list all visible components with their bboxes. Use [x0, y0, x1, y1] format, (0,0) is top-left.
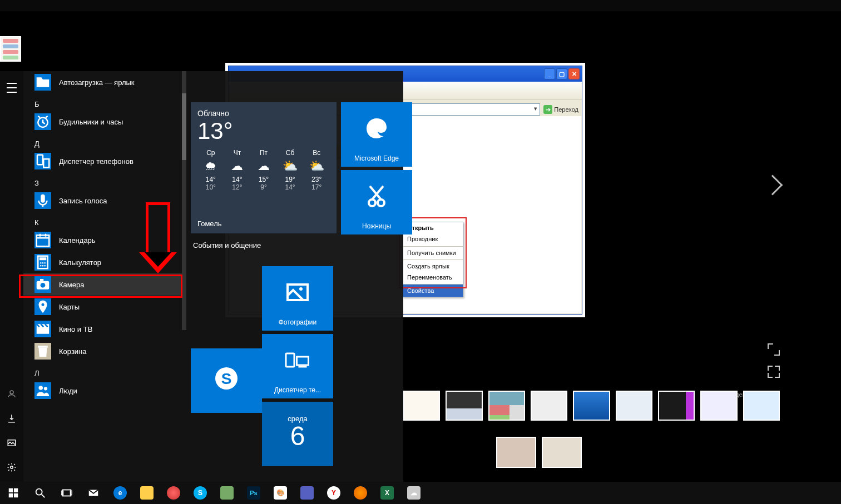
start-rail — [0, 71, 23, 504]
svg-point-15 — [40, 262, 42, 264]
taskbar-photoshop[interactable]: Ps — [240, 482, 267, 504]
app-maps[interactable]: Карты — [23, 296, 186, 318]
app-trash[interactable]: Корзина — [23, 340, 186, 362]
taskbar-app2[interactable]: ☁ — [400, 482, 427, 504]
thumbnail[interactable] — [700, 391, 737, 421]
tile-edge[interactable]: Microsoft Edge — [341, 102, 412, 167]
fullscreen-icon[interactable] — [768, 366, 780, 378]
red-arrow-annotation — [146, 202, 177, 273]
thumbnail[interactable] — [573, 391, 610, 421]
app-label: Камера — [59, 281, 84, 289]
svg-point-37 — [378, 199, 384, 206]
thumbnail[interactable] — [658, 391, 695, 421]
weather-day: Ср🌧14°10° — [199, 149, 223, 191]
taskbar-calendar[interactable] — [294, 482, 320, 504]
next-image-arrow[interactable] — [763, 175, 783, 196]
svg-point-28 — [44, 387, 47, 390]
app-label: Люди — [59, 387, 77, 395]
cm-rename: Переименовать — [403, 272, 463, 283]
taskbar-yandex[interactable]: Y — [320, 482, 347, 504]
tile-snip[interactable]: Ножницы — [341, 170, 412, 234]
svg-rect-7 — [43, 159, 49, 167]
taskbar: e S Ps 🎨 Y X ☁ — [0, 482, 841, 504]
taskbar-snip[interactable] — [160, 482, 187, 504]
app-label: Календарь — [59, 236, 96, 244]
app-label: Карты — [59, 303, 80, 311]
camera-icon — [34, 276, 51, 293]
xp-maximize-icon: ▢ — [556, 68, 567, 79]
svg-line-43 — [42, 495, 45, 498]
svg-point-22 — [41, 283, 46, 288]
tile-calendar[interactable]: среда 6 — [262, 402, 333, 466]
app-alarm[interactable]: Будильники и часы — [23, 111, 186, 133]
svg-point-16 — [42, 262, 44, 264]
app-people[interactable]: Люди — [23, 380, 186, 402]
taskbar-firefox[interactable] — [347, 482, 374, 504]
zoom-icon[interactable] — [768, 343, 780, 356]
svg-rect-31 — [286, 353, 294, 367]
hamburger-icon[interactable] — [0, 76, 23, 100]
taskbar-app[interactable] — [214, 482, 240, 504]
thumbnail[interactable] — [531, 391, 567, 421]
taskbar-mail[interactable] — [80, 482, 107, 504]
thumbnail[interactable] — [488, 391, 525, 421]
app-phonemgr[interactable]: Диспетчер телефонов — [23, 150, 186, 172]
letter-header[interactable]: Б — [23, 93, 186, 111]
svg-point-2 — [11, 466, 13, 469]
thumbnail[interactable] — [542, 437, 582, 468]
taskbar-paint[interactable]: 🎨 — [267, 482, 294, 504]
scrollbar-thumb[interactable] — [182, 93, 186, 160]
start-app-list[interactable]: Автозагрузка — ярлыкББудильники и часыДД… — [23, 71, 186, 504]
taskbar-excel[interactable]: X — [374, 482, 400, 504]
app-label: Будильники и часы — [59, 118, 123, 126]
app-camera[interactable]: Камера — [23, 273, 186, 296]
trash-icon — [34, 343, 51, 360]
taskbar-skype[interactable]: S — [187, 482, 214, 504]
cm-getpics: Получить снимки — [403, 246, 463, 258]
phonemgr-icon — [34, 153, 51, 169]
tile-phone-manager[interactable]: Диспетчер те... — [262, 334, 333, 398]
xp-go-button: ➔Переход — [543, 105, 578, 114]
svg-point-19 — [42, 265, 44, 267]
weather-day: Вс⛅23°17° — [304, 149, 329, 191]
letter-header[interactable]: Л — [23, 362, 186, 380]
app-label: Запись голоса — [59, 197, 107, 205]
thumbnail[interactable] — [496, 437, 536, 468]
svg-rect-26 — [38, 346, 48, 348]
pictures-icon[interactable] — [0, 431, 23, 455]
people-icon — [34, 382, 51, 399]
thumbnail[interactable] — [616, 391, 652, 421]
svg-rect-23 — [40, 279, 43, 281]
xp-close-icon: ✕ — [568, 68, 580, 79]
tile-skype[interactable]: S — [191, 348, 262, 413]
account-icon[interactable] — [0, 382, 23, 406]
taskbar-explorer[interactable] — [133, 482, 160, 504]
letter-header[interactable]: Д — [23, 133, 186, 150]
app-label: Корзина — [59, 347, 87, 356]
prev-thumbnail[interactable] — [0, 36, 21, 62]
weather-tile[interactable]: Облачно 13° Ср🌧14°10°Чт☁14°12°Пт☁15°9°Сб… — [191, 102, 337, 233]
start-button[interactable] — [0, 482, 27, 504]
thumbnail[interactable] — [403, 391, 440, 421]
svg-point-27 — [39, 386, 43, 390]
taskview-button[interactable] — [53, 482, 80, 504]
app-label: Калькулятор — [59, 258, 101, 267]
svg-rect-14 — [39, 257, 47, 260]
svg-rect-6 — [37, 155, 43, 165]
search-button[interactable] — [27, 482, 53, 504]
letter-header[interactable]: З — [23, 172, 186, 189]
weather-day: Чт☁14°12° — [225, 149, 249, 191]
app-folder[interactable]: Автозагрузка — ярлык — [23, 71, 186, 93]
app-movies[interactable]: Кино и ТВ — [23, 318, 186, 340]
thumbnail[interactable] — [743, 391, 780, 421]
app-label: Диспетчер телефонов — [59, 157, 133, 166]
folder-icon — [34, 74, 51, 91]
settings-icon[interactable] — [0, 455, 23, 480]
taskbar-edge[interactable]: e — [107, 482, 133, 504]
svg-rect-39 — [14, 488, 18, 492]
calc-icon — [34, 254, 51, 271]
thumbnail[interactable] — [446, 391, 482, 421]
maps-icon — [34, 298, 51, 315]
downloads-icon[interactable] — [0, 406, 23, 431]
tile-photos[interactable]: Фотографии — [262, 266, 333, 331]
